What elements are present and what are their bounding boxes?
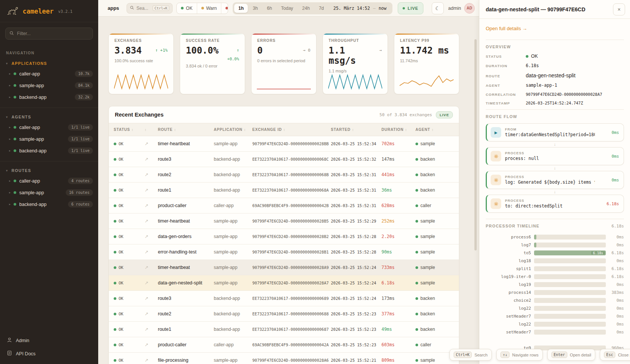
duration-value: 377ms — [381, 311, 415, 316]
open-exchange-icon[interactable]: ↗ — [145, 265, 158, 270]
sidebar-item-admin[interactable]: Admin — [0, 334, 98, 347]
application-name: backend-app — [214, 311, 252, 316]
column-header-exchange-id[interactable]: EXCHANGE ID↕ — [252, 127, 331, 132]
sidebar-item-label: backend-app — [19, 95, 46, 100]
close-icon: × — [618, 6, 621, 12]
agent-status-dot — [415, 328, 418, 331]
table-row[interactable]: OK↗route2backend-appEE7322370A10617-0000… — [109, 306, 459, 322]
column-header-duration[interactable]: DURATION↕ — [381, 127, 415, 132]
section-header[interactable]: ▾APPLICATIONS — [0, 59, 98, 68]
status-dot — [181, 7, 184, 9]
table-row[interactable]: OK↗route2backend-appEE7322370A10617-0000… — [109, 167, 459, 183]
open-exchange-icon[interactable]: ↗ — [145, 358, 158, 363]
processor-duration: 0ms — [616, 243, 624, 247]
table-row[interactable]: OK↗error-handling-testsample-app90799F47… — [109, 244, 459, 260]
search-icon — [9, 31, 14, 37]
agent-name: sample — [420, 218, 435, 224]
live-badge[interactable]: LIVE — [398, 2, 423, 14]
range-button-7d[interactable]: 7d — [315, 4, 328, 13]
sidebar-item-sample-app[interactable]: ▸sample-app1/1 live — [0, 133, 98, 145]
column-header-agent[interactable]: AGENT↕ — [415, 127, 459, 132]
avatar[interactable]: AD — [464, 3, 475, 14]
range-button-today[interactable]: Today — [277, 4, 297, 13]
panel-title: data-gen-nested-split — 90799F47E6CD — [486, 6, 613, 12]
column-header-application[interactable]: APPLICATION↕ — [214, 127, 252, 132]
open-exchange-icon[interactable]: ↗ — [145, 280, 158, 286]
nav-section-label: NAVIGATION — [0, 45, 98, 57]
table-row[interactable]: OK↗route1backend-appEE7322370A10617-0000… — [109, 322, 459, 337]
open-exchange-icon[interactable]: ↗ — [145, 141, 158, 146]
sidebar-item-badge: 4 routes — [68, 178, 93, 184]
table-column-header: STATUS↕↕ROUTE↕APPLICATION↕EXCHANGE ID↕ST… — [109, 123, 459, 136]
duration-value: 36ms — [381, 187, 415, 193]
table-row[interactable]: OK↗data-gen-orderssample-app90799F47E6CD… — [109, 229, 459, 244]
open-exchange-icon[interactable]: ↗ — [145, 172, 158, 177]
route-flow-step[interactable]: ▶FROMtimer:dataGenNestedSplit?period=180… — [486, 123, 624, 141]
open-exchange-icon[interactable]: ↗ — [145, 249, 158, 255]
column-header-link[interactable]: ↕ — [145, 128, 158, 132]
sidebar-item-sample-app[interactable]: ▸sample-app16 routes — [0, 187, 98, 198]
processor-duration: 6.18s — [611, 250, 624, 255]
sidebar-item-backend-app[interactable]: ▸backend-app6 routes — [0, 198, 98, 210]
route-flow-step[interactable]: PROCESSto: direct:nestedSplit6.18s — [486, 195, 624, 213]
route-flow-step[interactable]: PROCESSprocess: null0ms — [486, 147, 624, 165]
main-scrollbar[interactable] — [474, 39, 477, 250]
route-name: route1 — [158, 327, 214, 332]
agent-name: backen — [420, 327, 435, 332]
table-row[interactable]: OK↗product-callercaller-app69AC90BF8EBC4… — [109, 198, 459, 213]
table-row[interactable]: OK↗timer-heartbeatsample-app90799F47E6CD… — [109, 136, 459, 152]
theme-toggle-button[interactable]: ☾ — [432, 2, 444, 14]
agent-status-dot — [415, 266, 418, 269]
open-exchange-icon[interactable]: ↗ — [145, 327, 158, 332]
column-header-route[interactable]: ROUTE↕ — [158, 127, 214, 132]
open-exchange-icon[interactable]: ↗ — [145, 311, 158, 316]
open-exchange-icon[interactable]: ↗ — [145, 218, 158, 224]
timeline-bar — [534, 306, 606, 311]
sidebar-item-caller-app[interactable]: ▸caller-app4 routes — [0, 175, 98, 187]
processor-name: to5 — [486, 250, 531, 255]
column-header-started[interactable]: STARTED↕ — [331, 127, 381, 132]
route-flow-step[interactable]: PROCESSlog: Generated ${body.size} items… — [486, 171, 624, 189]
open-exchange-icon[interactable]: ↗ — [145, 187, 158, 193]
open-exchange-icon[interactable]: ↗ — [145, 342, 158, 347]
table-row[interactable]: OK↗route3backend-appEE7322370A10617-0000… — [109, 291, 459, 306]
open-exchange-icon[interactable]: ↗ — [145, 296, 158, 301]
sidebar-item-label: sample-app — [19, 83, 44, 88]
date-range[interactable]: 25. März 14:52—now — [329, 6, 391, 11]
section-header[interactable]: ▾AGENTS — [0, 112, 98, 121]
open-full-details-link[interactable]: Open full details → — [486, 26, 527, 31]
duration-value: 173ms — [381, 296, 415, 301]
table-row[interactable]: OK↗file-processingsample-app90799F47E6CD… — [109, 353, 459, 364]
sidebar-item-caller-app[interactable]: ▸caller-app10.7k — [0, 68, 98, 80]
sidebar-filter-input[interactable]: Filter... — [5, 28, 93, 40]
status-filter-warn[interactable]: Warn — [197, 3, 221, 14]
open-exchange-icon[interactable]: ↗ — [145, 157, 158, 162]
range-button-3h[interactable]: 3h — [249, 4, 262, 13]
table-row[interactable]: OK↗route1backend-appEE7322370A10617-0000… — [109, 183, 459, 198]
section-header[interactable]: ▾ROUTES — [0, 166, 98, 175]
sidebar-item-sample-app[interactable]: ▸sample-app84.1k — [0, 80, 98, 91]
status-filter-ok[interactable]: OK — [177, 3, 196, 14]
table-row[interactable]: OK↗timer-heartbeatsample-app90799F47E6CD… — [109, 213, 459, 229]
table-row[interactable]: OK↗timer-heartbeatsample-app90799F47E6CD… — [109, 260, 459, 275]
sidebar-item-api-docs[interactable]: API Docs — [0, 347, 98, 360]
app-version: v3.2.1 — [58, 9, 73, 14]
table-row[interactable]: OK↗data-gen-nested-splitsample-app90799F… — [109, 275, 459, 291]
open-exchange-icon[interactable]: ↗ — [145, 234, 158, 239]
sidebar-item-label: backend-app — [19, 148, 46, 154]
range-button-24h[interactable]: 24h — [298, 4, 314, 13]
status-filter-e[interactable]: E — [221, 3, 228, 14]
sidebar-item-backend-app[interactable]: ▸backend-app1/1 live — [0, 145, 98, 157]
range-button-1h[interactable]: 1h — [234, 4, 248, 13]
sidebar-item-caller-app[interactable]: ▸caller-app1/1 live — [0, 121, 98, 133]
breadcrumb[interactable]: apps — [108, 5, 119, 11]
range-button-6h[interactable]: 6h — [263, 4, 276, 13]
table-row[interactable]: OK↗route3backend-appEE7322370A10617-0000… — [109, 152, 459, 167]
stat-card-latency-p99: LATENCY P9911.742 ms11.742ms — [394, 33, 459, 94]
table-row[interactable]: OK↗product-callercaller-app69AC90BF8EBC4… — [109, 337, 459, 353]
sidebar-item-backend-app[interactable]: ▸backend-app32.2k — [0, 91, 98, 103]
column-header-status[interactable]: STATUS↕ — [114, 127, 145, 132]
open-exchange-icon[interactable]: ↗ — [145, 203, 158, 208]
close-panel-button[interactable]: × — [613, 3, 625, 15]
search-input[interactable]: Sea... Ctrl+K — [127, 3, 173, 14]
